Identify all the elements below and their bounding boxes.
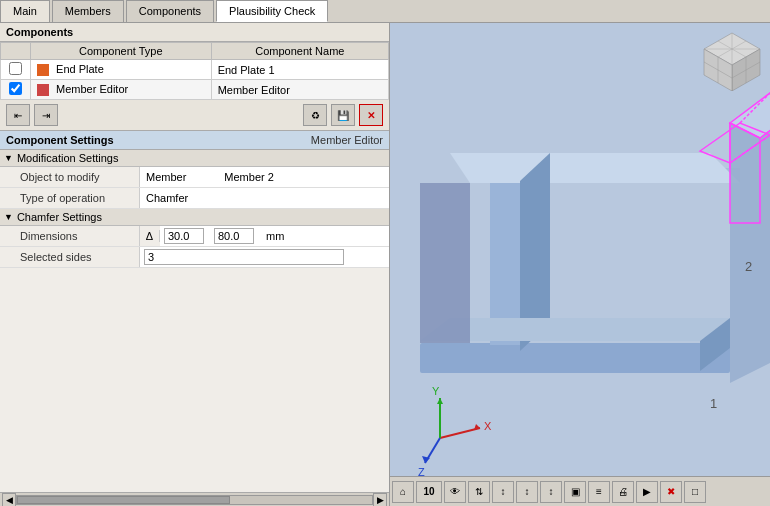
delete-icon: ✕ [367, 110, 375, 121]
modification-settings-header[interactable]: ▼ Modification Settings [0, 150, 389, 167]
settings-header: Component Settings Member Editor [0, 131, 389, 150]
horizontal-scrollbar[interactable]: ◀ ▶ [0, 492, 389, 506]
forward-icon: ⇥ [42, 110, 50, 121]
row1-check-cell[interactable] [1, 60, 31, 80]
row2-check-cell[interactable] [1, 80, 31, 100]
zoom-level-button[interactable]: 10 [416, 481, 442, 503]
delta-symbol: Δ [140, 230, 160, 242]
svg-text:X: X [484, 420, 492, 432]
col-check [1, 43, 31, 60]
label-2: 2 [745, 259, 752, 274]
settings-icon: ▶ [643, 486, 651, 497]
settings-subtitle: Member Editor [311, 134, 383, 146]
back-button[interactable]: ⇤ [6, 104, 30, 126]
modification-settings-label: Modification Settings [17, 152, 119, 164]
forward-button[interactable]: ⇥ [34, 104, 58, 126]
fit-view-button[interactable]: ⇅ [468, 481, 490, 503]
tab-members[interactable]: Members [52, 0, 124, 22]
dimension-unit: mm [266, 230, 284, 242]
scroll-right-arrow[interactable]: ▶ [373, 493, 387, 507]
close-view-button[interactable]: ✖ [660, 481, 682, 503]
settings-title: Component Settings [6, 134, 114, 146]
view-home-button[interactable]: ⌂ [392, 481, 414, 503]
row1-type: End Plate [31, 60, 212, 80]
collapse-icon: ▼ [4, 153, 13, 163]
back-icon: ⇤ [14, 110, 22, 121]
object-to-modify-row: Object to modify Member Member 2 [0, 167, 389, 188]
3d-view-panel: 4 2 1 X Y Z [390, 23, 770, 506]
zoom-in-button[interactable]: ↕ [492, 481, 514, 503]
layers-button[interactable]: ≡ [588, 481, 610, 503]
dimension-input-2[interactable] [214, 228, 254, 244]
tab-components[interactable]: Components [126, 0, 214, 22]
type-of-operation-value: Chamfer [140, 188, 389, 208]
components-toolbar: ⇤ ⇥ ♻ 💾 ✕ [0, 100, 389, 131]
zoom-z-icon: ↕ [549, 486, 554, 497]
layers-icon: ≡ [596, 486, 602, 497]
nav-cube[interactable] [702, 31, 762, 91]
row1-checkbox[interactable] [9, 62, 22, 75]
tab-plausibility-check[interactable]: Plausibility Check [216, 0, 328, 22]
scroll-track[interactable] [16, 495, 373, 505]
selected-sides-value [140, 247, 389, 267]
components-title: Components [6, 26, 73, 38]
close-view-icon: ✖ [667, 486, 675, 497]
components-table: Component Type Component Name End Plate [0, 42, 389, 100]
row1-type-label: End Plate [56, 63, 104, 75]
scroll-thumb [17, 496, 230, 504]
save-icon: 💾 [337, 110, 349, 121]
svg-marker-9 [730, 93, 770, 383]
dimensions-row: Dimensions Δ mm [0, 226, 389, 247]
svg-rect-1 [420, 343, 730, 373]
settings-button[interactable]: ▶ [636, 481, 658, 503]
view-toolbar: ⌂ 10 👁 ⇅ ↕ ↕ ↕ [390, 476, 770, 506]
table-row: End Plate End Plate 1 [1, 60, 389, 80]
selected-sides-label: Selected sides [0, 247, 140, 267]
object-to-modify-value: Member Member 2 [140, 167, 389, 187]
table-row: Member Editor Member Editor [1, 80, 389, 100]
row1-color [37, 64, 49, 76]
svg-marker-8 [420, 183, 470, 343]
print-button[interactable]: 🖨 [612, 481, 634, 503]
col-component-name: Component Name [211, 43, 388, 60]
refresh-button[interactable]: ♻ [303, 104, 327, 126]
svg-text:Z: Z [418, 466, 425, 476]
zoom-z-button[interactable]: ↕ [540, 481, 562, 503]
tab-bar: Main Members Components Plausibility Che… [0, 0, 770, 23]
zoom-level-label: 10 [423, 486, 434, 497]
chamfer-settings-header[interactable]: ▼ Chamfer Settings [0, 209, 389, 226]
modification-settings-group: ▼ Modification Settings Object to modify… [0, 150, 389, 209]
zoom-in-icon: ↕ [501, 486, 506, 497]
eye-button[interactable]: 👁 [444, 481, 466, 503]
dimension-input-1[interactable] [164, 228, 204, 244]
row1-name: End Plate 1 [211, 60, 388, 80]
object-to-modify-val1: Member [146, 171, 186, 183]
fullscreen-icon: □ [692, 486, 698, 497]
render-icon: ▣ [571, 486, 580, 497]
label-1: 1 [710, 396, 717, 411]
save-button[interactable]: 💾 [331, 104, 355, 126]
type-of-operation-label: Type of operation [0, 188, 140, 208]
tab-main[interactable]: Main [0, 0, 50, 22]
row2-type-label: Member Editor [56, 83, 128, 95]
svg-text:Y: Y [432, 385, 440, 397]
render-button[interactable]: ▣ [564, 481, 586, 503]
settings-section: Component Settings Member Editor ▼ Modif… [0, 131, 389, 492]
fullscreen-button[interactable]: □ [684, 481, 706, 503]
print-icon: 🖨 [618, 486, 628, 497]
content-area: Components Component Type Component Name [0, 23, 770, 506]
svg-marker-4 [450, 153, 740, 183]
left-panel: Components Component Type Component Name [0, 23, 390, 506]
collapse-icon-2: ▼ [4, 212, 13, 222]
row2-checkbox[interactable] [9, 82, 22, 95]
row2-name: Member Editor [211, 80, 388, 100]
refresh-icon: ♻ [311, 110, 320, 121]
selected-sides-input[interactable] [144, 249, 344, 265]
eye-icon: 👁 [450, 486, 460, 497]
chamfer-settings-label: Chamfer Settings [17, 211, 102, 223]
dimensions-label: Dimensions [0, 226, 140, 246]
scroll-left-arrow[interactable]: ◀ [2, 493, 16, 507]
zoom-out-button[interactable]: ↕ [516, 481, 538, 503]
row2-type: Member Editor [31, 80, 212, 100]
delete-button[interactable]: ✕ [359, 104, 383, 126]
